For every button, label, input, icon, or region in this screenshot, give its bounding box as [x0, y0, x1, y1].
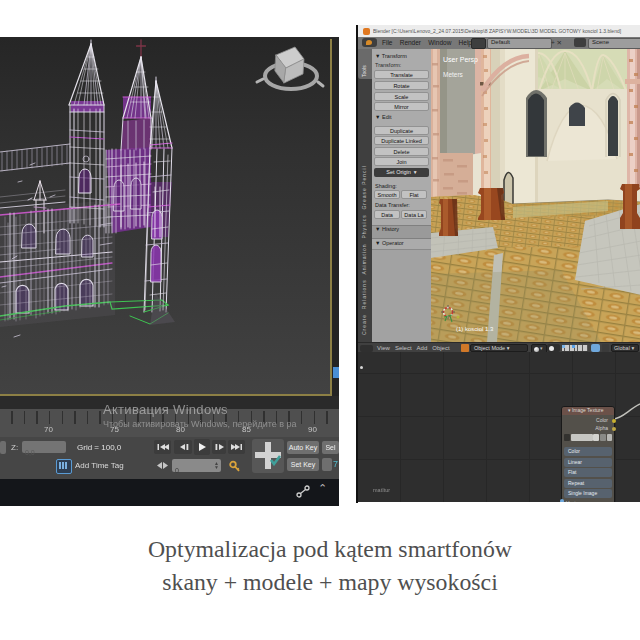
svg-text:(1) kosciol 1.3: (1) kosciol 1.3	[456, 326, 494, 332]
svg-text:User Persp: User Persp	[443, 56, 478, 64]
svg-text:Meters: Meters	[443, 71, 464, 78]
